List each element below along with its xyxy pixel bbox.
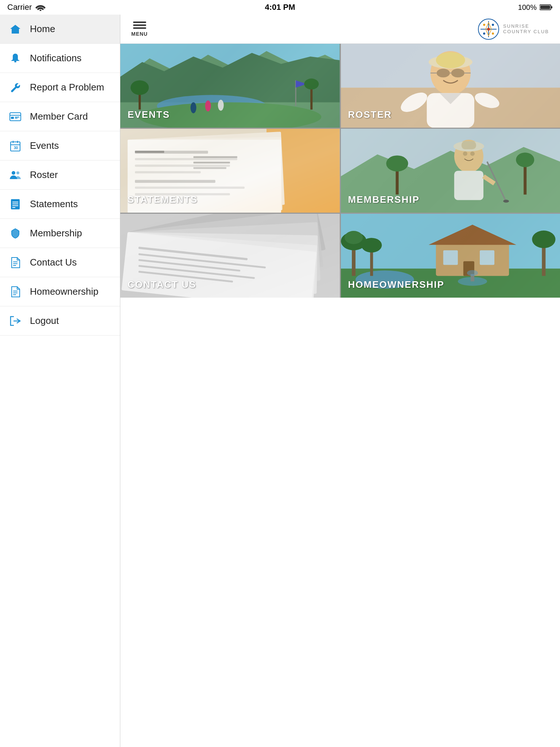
svg-rect-78 — [135, 186, 245, 189]
svg-rect-77 — [135, 180, 215, 183]
sidebar-item-homeownership[interactable]: Homeownership — [0, 277, 120, 306]
svg-point-99 — [516, 152, 534, 167]
statements-icon — [9, 198, 22, 211]
sidebar-label-report-problem: Report a Problem — [30, 82, 104, 93]
svg-rect-82 — [194, 162, 230, 163]
battery-text: 100% — [518, 3, 537, 12]
home-icon — [9, 23, 22, 36]
svg-point-94 — [463, 151, 467, 156]
contact-icon — [9, 256, 22, 269]
tile-events[interactable]: EVENTS — [120, 44, 340, 128]
tile-contact-us[interactable]: CONTACT US — [120, 214, 340, 298]
svg-point-48 — [205, 100, 211, 111]
svg-point-92 — [503, 200, 509, 202]
wifi-icon — [35, 4, 46, 11]
tile-label-contact-us: CONTACT US — [128, 279, 197, 290]
svg-rect-3 — [540, 5, 550, 9]
svg-text:30: 30 — [14, 146, 18, 150]
svg-rect-83 — [194, 167, 226, 169]
svg-rect-90 — [454, 171, 483, 200]
tile-label-events: EVENTS — [128, 109, 170, 120]
sidebar-item-events[interactable]: 30 Events — [0, 131, 120, 160]
membership-icon — [9, 227, 22, 240]
sidebar: Home Notifications Report a Problem — [0, 15, 120, 747]
logo-icon — [478, 18, 499, 40]
member-card-icon — [9, 110, 22, 123]
svg-point-60 — [451, 69, 464, 77]
main-content: EVENTS — [120, 44, 560, 747]
svg-marker-14 — [10, 25, 20, 34]
tile-homeownership[interactable]: HOMEOWNERSHIP — [341, 214, 560, 298]
svg-point-97 — [386, 155, 408, 171]
sidebar-label-contact-us: Contact Us — [30, 257, 77, 268]
sidebar-item-member-card[interactable]: Member Card — [0, 102, 120, 131]
sidebar-item-home[interactable]: Home — [0, 15, 120, 44]
svg-rect-15 — [14, 61, 16, 62]
svg-point-9 — [487, 28, 490, 31]
tile-label-roster: ROSTER — [348, 109, 392, 120]
svg-point-58 — [436, 52, 465, 68]
svg-point-11 — [483, 24, 485, 26]
sidebar-item-notifications[interactable]: Notifications — [0, 44, 120, 73]
wrench-icon — [9, 81, 22, 94]
logo-text: SUNRISE COUNTRY CLUB — [503, 24, 549, 34]
sidebar-label-home: Home — [30, 23, 55, 35]
svg-rect-74 — [135, 158, 237, 160]
sidebar-label-roster: Roster — [30, 169, 58, 181]
svg-rect-80 — [135, 151, 164, 153]
svg-rect-125 — [479, 250, 494, 265]
sidebar-label-events: Events — [30, 140, 59, 151]
tile-label-homeownership: HOMEOWNERSHIP — [348, 279, 444, 290]
svg-point-27 — [16, 171, 19, 174]
menu-bar-3 — [133, 27, 146, 29]
svg-rect-81 — [194, 156, 237, 158]
svg-point-13 — [483, 32, 485, 35]
sidebar-item-membership[interactable]: Membership — [0, 219, 120, 248]
sidebar-item-statements[interactable]: Statements — [0, 190, 120, 219]
sidebar-label-membership: Membership — [30, 228, 82, 239]
status-bar: Carrier 4:01 PM 100% — [0, 0, 560, 15]
svg-point-95 — [470, 151, 474, 156]
svg-rect-75 — [135, 165, 230, 167]
svg-point-121 — [532, 231, 555, 248]
menu-button[interactable]: MENU — [131, 22, 148, 37]
sidebar-label-homeownership: Homeownership — [30, 286, 98, 297]
sidebar-item-contact-us[interactable]: Contact Us — [0, 248, 120, 277]
sidebar-label-notifications: Notifications — [30, 53, 82, 64]
roster-icon — [9, 169, 22, 182]
sidebar-item-report-problem[interactable]: Report a Problem — [0, 73, 120, 102]
header-bar: MENU SUNRISE COUNTRY CLUB — [120, 15, 560, 44]
status-left: Carrier — [7, 3, 46, 12]
svg-point-47 — [190, 102, 196, 113]
tile-label-statements: STATEMENTS — [128, 194, 198, 205]
svg-point-10 — [492, 24, 494, 26]
svg-point-51 — [131, 80, 149, 95]
tiles-grid: EVENTS — [120, 44, 560, 298]
sidebar-item-logout[interactable]: Logout — [0, 306, 120, 336]
svg-point-53 — [304, 78, 319, 89]
svg-point-26 — [12, 171, 15, 175]
homeownership-icon — [9, 285, 22, 298]
svg-point-0 — [40, 10, 42, 11]
svg-rect-2 — [551, 6, 552, 8]
carrier-text: Carrier — [7, 3, 32, 12]
bell-icon — [9, 52, 22, 65]
status-right: 100% — [518, 3, 553, 12]
svg-rect-18 — [11, 117, 14, 119]
svg-point-49 — [218, 100, 224, 111]
tile-membership[interactable]: MEMBERSHIP — [341, 129, 560, 213]
calendar-icon: 30 — [9, 139, 22, 152]
sidebar-label-statements: Statements — [30, 198, 78, 210]
svg-rect-76 — [135, 171, 201, 173]
sidebar-item-roster[interactable]: Roster — [0, 160, 120, 190]
svg-point-119 — [361, 238, 382, 252]
svg-point-117 — [345, 231, 363, 244]
svg-rect-89 — [461, 141, 476, 149]
battery-icon — [540, 4, 553, 11]
menu-bar-1 — [133, 22, 146, 23]
tile-roster[interactable]: ROSTER — [341, 44, 560, 128]
logo-area: SUNRISE COUNTRY CLUB — [478, 18, 549, 40]
svg-point-129 — [467, 270, 478, 276]
tile-statements[interactable]: STATEMENTS — [120, 129, 340, 213]
logout-icon — [9, 314, 22, 328]
